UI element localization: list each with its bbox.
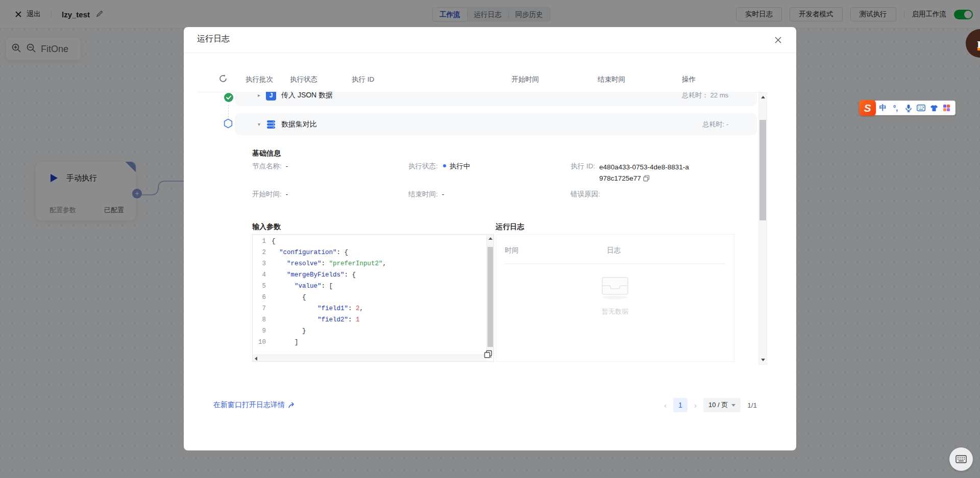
refresh-icon[interactable] <box>218 74 228 83</box>
dataset-node-icon <box>266 119 276 130</box>
field-node-name: 节点名称:- <box>252 162 288 171</box>
close-icon[interactable] <box>772 34 784 46</box>
log-column-time: 时间 <box>505 246 519 255</box>
run-log-modal: 运行日志 执行批次 执行状态 执行 ID 开始时间 结束时间 操作 ▸ J 传入… <box>184 27 796 450</box>
field-error-reason: 错误原因: <box>571 190 604 199</box>
prev-page-button[interactable]: ‹ <box>664 401 667 410</box>
modal-header-divider <box>184 53 796 53</box>
basic-info-title: 基础信息 <box>252 149 281 158</box>
empty-state: 暂无数据 <box>496 274 734 316</box>
microphone-icon[interactable] <box>902 100 915 115</box>
column-actions: 操作 <box>682 75 696 84</box>
floating-keyboard-button[interactable] <box>949 447 973 471</box>
scroll-thumb[interactable] <box>760 120 766 220</box>
chevron-down-icon <box>731 404 736 407</box>
running-dot <box>443 164 446 167</box>
copy-icon[interactable] <box>643 174 650 185</box>
chevron-down-icon[interactable]: ▾ <box>258 121 265 127</box>
modal-scrollbar[interactable] <box>758 92 767 365</box>
empty-text: 暂无数据 <box>496 307 734 316</box>
chevron-right-icon[interactable]: ▸ <box>258 92 265 98</box>
sogou-logo-icon[interactable]: S <box>859 100 876 116</box>
keyboard-icon[interactable] <box>915 100 927 115</box>
scroll-thumb[interactable] <box>487 247 493 347</box>
field-exec-status: 执行状态:执行中 <box>408 162 470 171</box>
modal-title: 运行日志 <box>197 34 230 44</box>
column-start-time: 开始时间 <box>511 75 539 84</box>
ime-punctuation-icon[interactable]: °, <box>889 100 902 115</box>
row-duration: 总耗时: - <box>702 120 728 129</box>
pagination: ‹ 1 › 10 / 页 1/1 <box>664 398 757 412</box>
toolbox-grid-icon[interactable] <box>940 100 953 115</box>
page-ratio: 1/1 <box>747 401 757 409</box>
input-params-code-viewer[interactable]: 1{2 "configuration": {3 "resolve": "pref… <box>252 234 494 362</box>
row-duration: 总耗时： 22 ms <box>682 92 728 100</box>
page-size-select[interactable]: 10 / 页 <box>703 398 741 412</box>
open-log-in-new-window-link[interactable]: 在新窗口打开日志详情 <box>213 400 296 410</box>
run-log-panel: 时间 日志 暂无数据 <box>496 234 734 362</box>
current-page-button[interactable]: 1 <box>673 398 688 412</box>
field-end-time: 结束时间:- <box>408 190 444 199</box>
column-end-time: 结束时间 <box>598 75 625 84</box>
scroll-up-arrow[interactable] <box>488 237 493 240</box>
scroll-left-arrow[interactable] <box>255 357 257 361</box>
input-params-title: 输入参数 <box>252 222 281 232</box>
empty-inbox-icon <box>599 274 631 300</box>
copy-code-icon[interactable] <box>484 350 493 361</box>
column-exec-id: 执行 ID <box>352 75 374 84</box>
table-row[interactable]: ▾ 数据集对比 总耗时: - <box>235 113 757 135</box>
code-vertical-scrollbar[interactable] <box>486 235 494 355</box>
field-start-time: 开始时间:- <box>252 190 288 199</box>
scroll-down-arrow[interactable] <box>761 359 765 361</box>
row-node-name: 传入 JSON 数据 <box>281 92 333 100</box>
json-node-icon: J <box>266 92 276 100</box>
ime-chinese-mode-icon[interactable]: 中 <box>876 100 889 115</box>
row-node-name: 数据集对比 <box>281 120 317 129</box>
log-header-divider <box>505 263 725 264</box>
code-horizontal-scrollbar[interactable] <box>253 355 486 361</box>
next-page-button[interactable]: › <box>694 401 697 410</box>
ime-toolbar: S 中 °, <box>859 100 955 116</box>
run-log-section-title: 运行日志 <box>496 222 524 232</box>
share-arrow-icon <box>288 401 296 409</box>
skin-shirt-icon[interactable] <box>927 100 940 115</box>
field-exec-id: 执行 ID: e480a433-0753-4de8-8831-a978c1725… <box>571 162 692 185</box>
scroll-up-arrow[interactable] <box>761 96 765 98</box>
column-exec-batch: 执行批次 <box>246 75 273 84</box>
success-check-icon <box>224 92 234 105</box>
timeline-dash <box>228 105 229 117</box>
code-lines: 1{2 "configuration": {3 "resolve": "pref… <box>253 235 494 350</box>
table-row[interactable]: ▸ J 传入 JSON 数据 总耗时： 22 ms <box>235 92 757 106</box>
log-column-log: 日志 <box>607 246 621 255</box>
column-exec-status: 执行状态 <box>290 75 317 84</box>
running-hexagon-icon <box>223 118 233 131</box>
